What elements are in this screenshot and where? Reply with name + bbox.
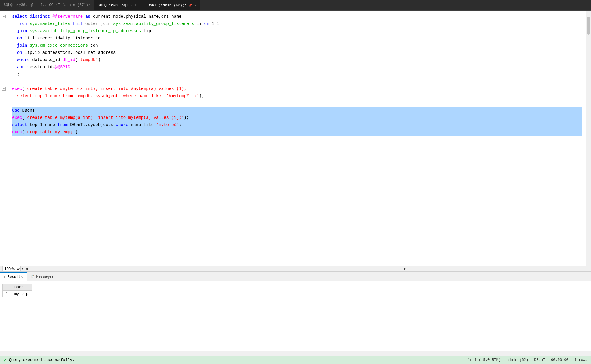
status-time: 00:00:00 [551, 358, 568, 362]
collapse-icon-1[interactable]: − [2, 15, 6, 18]
editor-container: − − select distinct @@servername as curr… [0, 11, 591, 266]
tab-messages[interactable]: 📋 Messages [27, 272, 58, 281]
zoom-arrow-icon: ▼ [21, 267, 23, 270]
status-bar: ✔ Query executed successfully. lnr1 (15.… [0, 356, 591, 364]
results-table: name 1 mytemp [2, 284, 32, 297]
scroll-thumb[interactable] [587, 17, 590, 35]
code-line-8: and session_id=@@SPID [12, 63, 582, 71]
code-line-11: select top 1 name from tempdb..sysobject… [12, 92, 582, 100]
code-line-6: on lip.ip_address=con.local_net_address [12, 49, 582, 56]
tab-results[interactable]: ⊞ Results [0, 272, 27, 281]
code-line-5: join sys.dm_exec_connections con [12, 42, 582, 49]
code-line-12: use DBonT; [12, 107, 582, 114]
code-line-blank1 [12, 78, 582, 85]
bottom-scrollbar: 100 % ▼ ◀ ▶ [0, 266, 591, 271]
cell-name-1: mytemp [11, 291, 32, 297]
new-tab-icon[interactable]: + [586, 2, 589, 8]
status-right: lnr1 (15.0 RTM) admin (62) DBonT 00:00:0… [468, 358, 587, 362]
status-success-icon: ✔ [4, 357, 7, 363]
close-icon[interactable]: ✕ [194, 3, 196, 7]
tab-bar: SQLQuery36.sql - l...OGonT (admin (67))*… [0, 0, 591, 11]
tab-sqlquery36-label: SQLQuery36.sql - l...OGonT (admin (67))* [4, 3, 90, 7]
status-user: admin (62) [506, 358, 528, 362]
code-editor[interactable]: select distinct @@servername as current_… [8, 11, 586, 266]
tab-sqlquery33[interactable]: SQLQuery33.sql - l....DBonT (admin (62))… [94, 0, 200, 10]
tab-results-label: Results [8, 275, 23, 279]
status-database: DBonT [534, 358, 545, 362]
code-line-4: on li.listener_id=lip.listener_id [12, 35, 582, 42]
tab-extra: + [586, 0, 591, 10]
code-line-blank2 [12, 100, 582, 107]
scroll-right-icon[interactable]: ▶ [404, 267, 406, 271]
results-horizontal-scroll[interactable] [0, 351, 591, 356]
zoom-select[interactable]: 100 % [2, 266, 21, 272]
code-line-3: join sys.availability_group_listener_ip_… [12, 27, 582, 35]
col-header-name: name [11, 284, 32, 291]
vertical-scrollbar[interactable] [586, 11, 591, 266]
status-rows: 1 rows [574, 358, 587, 362]
table-row: 1 mytemp [3, 291, 32, 297]
code-line-13: exec('create table mytemp(a int); insert… [12, 114, 582, 121]
pin-icon[interactable]: 📌 [188, 4, 192, 7]
results-tabs: ⊞ Results 📋 Messages [0, 272, 591, 281]
status-position: lnr1 (15.0 RTM) [468, 358, 500, 362]
left-gutter: − − [0, 11, 8, 266]
row-number-1: 1 [3, 291, 11, 297]
grid-icon: ⊞ [4, 275, 6, 279]
code-line-2: from sys.master_files full outer join sy… [12, 20, 582, 27]
tab-sqlquery33-label: SQLQuery33.sql - l....DBonT (admin (62))… [98, 3, 187, 8]
msg-icon: 📋 [31, 275, 35, 279]
status-message: Query executed successfully. [9, 358, 75, 362]
code-line-7: where database_id=db_id('tempdb') [12, 56, 582, 63]
results-content[interactable]: name 1 mytemp [0, 281, 591, 351]
results-panel: ⊞ Results 📋 Messages name 1 mytemp [0, 271, 591, 356]
code-line-14: select top 1 name from DBonT..sysobjects… [12, 121, 582, 128]
tab-sqlquery36[interactable]: SQLQuery36.sql - l...OGonT (admin (67))* [0, 0, 94, 10]
code-line-1: select distinct @@servername as current_… [12, 13, 582, 20]
scroll-left-icon[interactable]: ◀ [26, 267, 28, 271]
code-line-15: exec('drop table mytemp;'); [12, 128, 582, 136]
zoom-control: 100 % ▼ ◀ ▶ [0, 266, 408, 272]
code-line-10: exec('create table #mytemp(a int); inser… [12, 85, 582, 92]
code-line-9: ; [12, 71, 582, 78]
collapse-icon-2[interactable]: − [2, 87, 6, 91]
tab-messages-label: Messages [36, 275, 54, 279]
